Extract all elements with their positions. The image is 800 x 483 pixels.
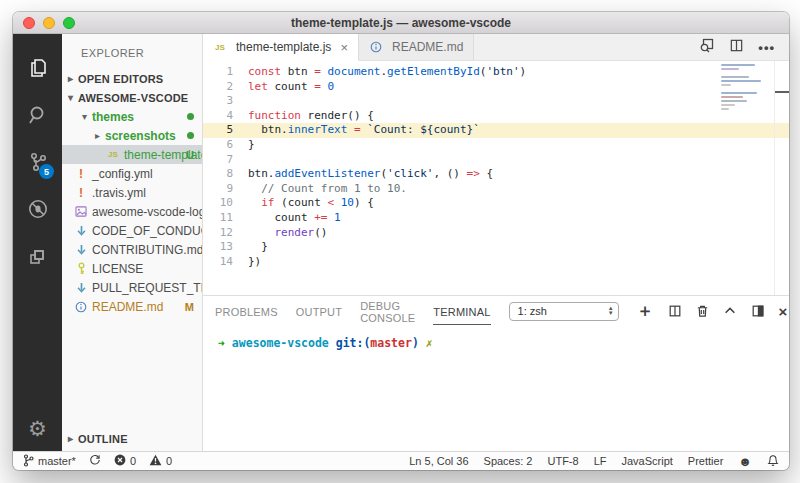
code-line-3[interactable]: 3 xyxy=(203,94,789,109)
git-dot-badge xyxy=(187,113,194,120)
code-line-10[interactable]: 10 if (count < 10) { xyxy=(203,196,789,211)
eol-sequence[interactable]: LF xyxy=(594,455,607,467)
panel-tab-terminal[interactable]: TERMINAL xyxy=(433,298,490,325)
more-actions-icon[interactable]: ••• xyxy=(758,40,775,55)
minimap[interactable] xyxy=(721,64,773,112)
line-number: 1 xyxy=(203,65,233,80)
code-line-14[interactable]: 14}) xyxy=(203,255,789,270)
markdown-icon xyxy=(74,224,88,238)
notifications-bell-icon[interactable] xyxy=(767,454,779,469)
branch-name: master* xyxy=(38,455,76,467)
tree-item-label: PULL_REQUEST_TEMP... xyxy=(92,281,202,295)
formatter[interactable]: Prettier xyxy=(688,455,723,467)
line-number: 2 xyxy=(203,80,233,95)
close-panel-icon[interactable]: × xyxy=(779,303,788,320)
extensions-button[interactable] xyxy=(13,232,62,279)
line-number: 11 xyxy=(203,211,233,226)
split-terminal-icon[interactable] xyxy=(668,304,682,318)
markdown-icon xyxy=(74,243,88,257)
warning-icon xyxy=(149,454,162,468)
code-line-5[interactable]: 5 btn.innerText = `Count: ${count}` xyxy=(203,123,789,138)
indentation[interactable]: Spaces: 2 xyxy=(484,455,533,467)
minimize-window-button[interactable] xyxy=(43,17,55,29)
problems-errors-item[interactable]: 0 xyxy=(114,454,136,468)
zoom-window-button[interactable] xyxy=(63,17,75,29)
status-right: Ln 5, Col 36 Spaces: 2 UTF-8 LF JavaScri… xyxy=(409,454,779,469)
search-button[interactable] xyxy=(13,91,62,138)
editor-tabs: JStheme-template.js×README.md xyxy=(203,34,474,60)
sync-button[interactable] xyxy=(89,454,101,468)
tree-file-readme-md[interactable]: README.mdM xyxy=(62,297,202,316)
code-editor[interactable]: 1const btn = document.getElementById('bt… xyxy=(203,61,789,295)
terminal-select[interactable]: 1: zsh ▲▼ xyxy=(509,302,619,321)
feedback-smiley-icon[interactable]: ☻ xyxy=(738,455,752,468)
problems-warnings-item[interactable]: 0 xyxy=(149,454,172,468)
code-line-4[interactable]: 4function render() { xyxy=(203,109,789,124)
tree-folder-screenshots[interactable]: ▸screenshots xyxy=(62,126,202,145)
tab-theme-template-js[interactable]: JStheme-template.js× xyxy=(203,34,359,61)
code-line-12[interactable]: 12 render() xyxy=(203,226,789,241)
debug-button[interactable] xyxy=(13,185,62,232)
cursor-position[interactable]: Ln 5, Col 36 xyxy=(409,455,468,467)
kill-terminal-icon[interactable] xyxy=(696,304,709,318)
bottom-panel: PROBLEMSOUTPUTDEBUG CONSOLETERMINAL 1: z… xyxy=(203,295,789,451)
code-line-2[interactable]: 2let count = 0 xyxy=(203,80,789,95)
panel-header: PROBLEMSOUTPUTDEBUG CONSOLETERMINAL 1: z… xyxy=(203,296,789,326)
tree-file-license[interactable]: LICENSE xyxy=(62,259,202,278)
outline-section[interactable]: ▸ OUTLINE xyxy=(62,429,202,448)
source-control-button[interactable]: 5 xyxy=(13,138,62,185)
tab-readme-md[interactable]: README.md xyxy=(359,34,474,60)
editor-group: JStheme-template.js×README.md xyxy=(203,34,789,451)
tree-item-label: LICENSE xyxy=(92,262,143,276)
tree-file-code-of-conduct-[interactable]: CODE_OF_CONDUCT.... xyxy=(62,221,202,240)
info-icon xyxy=(74,300,88,314)
code-line-6[interactable]: 6} xyxy=(203,138,789,153)
git-status-badge: M xyxy=(185,301,194,313)
new-terminal-icon[interactable]: ＋ xyxy=(637,299,654,322)
traffic-lights xyxy=(23,12,75,34)
language-mode[interactable]: JavaScript xyxy=(621,455,672,467)
tree-file-pull-request-temp-[interactable]: PULL_REQUEST_TEMP... xyxy=(62,278,202,297)
tree-file-theme-template-[interactable]: JStheme-template....U xyxy=(62,145,202,164)
toggle-panel-icon[interactable] xyxy=(751,304,765,318)
terminal-output[interactable]: ➜ awesome-vscode git:(master) ✗ xyxy=(203,326,789,451)
titlebar[interactable]: theme-template.js — awesome-vscode xyxy=(13,12,789,34)
error-count: 0 xyxy=(130,455,136,467)
workspace-root-section[interactable]: ▾ AWESOME-VSCODE xyxy=(62,88,202,107)
tree-folder-themes[interactable]: ▾themes xyxy=(62,107,202,126)
error-icon xyxy=(114,454,126,468)
code-line-8[interactable]: 8btn.addEventListener('click', () => { xyxy=(203,167,789,182)
panel-tab-problems[interactable]: PROBLEMS xyxy=(215,298,278,325)
tree-item-label: CODE_OF_CONDUCT.... xyxy=(92,224,202,238)
code-line-13[interactable]: 13 } xyxy=(203,240,789,255)
split-editor-icon[interactable] xyxy=(729,38,744,57)
tree-file--config-yml[interactable]: !_config.yml xyxy=(62,164,202,183)
open-editors-section[interactable]: ▸ OPEN EDITORS xyxy=(62,69,202,88)
explorer-button[interactable] xyxy=(13,44,62,91)
code-line-11[interactable]: 11 count += 1 xyxy=(203,211,789,226)
editor-scrollbar[interactable] xyxy=(774,61,775,295)
workspace-root-label: AWESOME-VSCODE xyxy=(78,92,188,104)
panel-tab-output[interactable]: OUTPUT xyxy=(296,298,342,325)
tree-item-label: screenshots xyxy=(105,129,176,143)
tree-file--travis-yml[interactable]: !.travis.yml xyxy=(62,183,202,202)
tree-file-contributing-md[interactable]: CONTRIBUTING.md xyxy=(62,240,202,259)
git-branch-item[interactable]: master* xyxy=(23,454,76,469)
tree-item-label: awesome-vscode-logo... xyxy=(92,205,202,219)
tree-file-awesome-vscode-logo-[interactable]: awesome-vscode-logo... xyxy=(62,202,202,221)
maximize-panel-icon[interactable] xyxy=(723,304,737,318)
status-left: master* 0 xyxy=(23,454,172,469)
chevron-right-icon: ▸ xyxy=(68,73,78,84)
code-line-7[interactable]: 7 xyxy=(203,153,789,168)
code-line-1[interactable]: 1const btn = document.getElementById('bt… xyxy=(203,65,789,80)
open-changes-icon[interactable] xyxy=(699,37,715,57)
sidebar-title: EXPLORER xyxy=(62,34,202,69)
line-number: 13 xyxy=(203,240,233,255)
close-window-button[interactable] xyxy=(23,17,35,29)
close-tab-icon[interactable]: × xyxy=(340,40,348,55)
encoding[interactable]: UTF-8 xyxy=(547,455,578,467)
code-line-9[interactable]: 9 // Count from 1 to 10. xyxy=(203,182,789,197)
search-icon xyxy=(26,103,50,127)
panel-tab-debug-console[interactable]: DEBUG CONSOLE xyxy=(360,292,415,331)
settings-button[interactable]: ⚙ xyxy=(13,407,62,451)
